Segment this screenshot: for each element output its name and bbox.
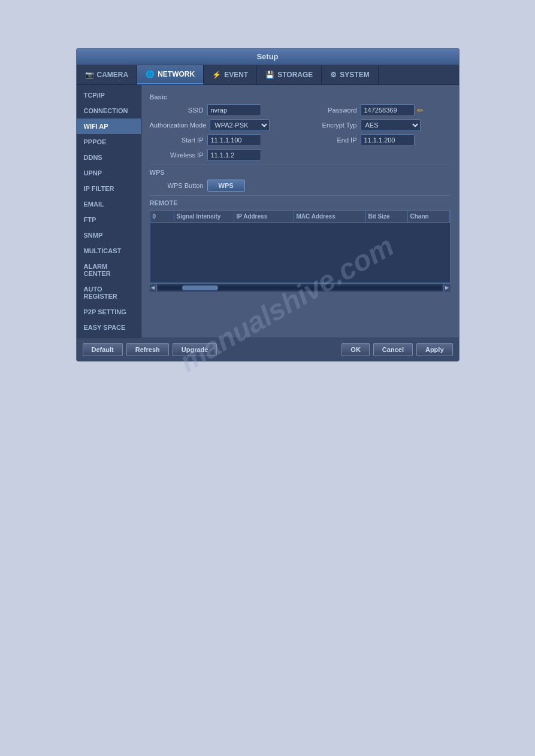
password-row: Password ✏ <box>303 104 451 116</box>
event-icon: ⚡ <box>212 71 221 79</box>
end-ip-input[interactable] <box>361 134 415 146</box>
tab-bar: 📷 CAMERA 🌐 NETWORK ⚡ EVENT 💾 STORAGE ⚙ S… <box>77 65 459 85</box>
camera-icon: 📷 <box>85 71 94 79</box>
edit-password-icon[interactable]: ✏ <box>417 106 424 115</box>
encrypt-type-select[interactable]: AES TKIP AES+TKIP <box>361 119 421 131</box>
wireless-ip-input[interactable] <box>207 149 261 161</box>
horizontal-scrollbar[interactable]: ◀ ▶ <box>150 283 451 292</box>
password-input-group: ✏ <box>361 104 424 116</box>
window-title: Setup <box>256 52 278 61</box>
sidebar-item-ftp[interactable]: FTP <box>77 212 141 227</box>
sidebar-item-multicast[interactable]: MULTICAST <box>77 243 141 259</box>
ssid-label: SSID <box>150 107 204 114</box>
default-button[interactable]: Default <box>83 343 123 356</box>
sidebar-item-alarmcenter[interactable]: ALARM CENTER <box>77 259 141 281</box>
btn-group-left: Default Refresh Upgrade <box>83 343 217 356</box>
col-mac: MAC Address <box>294 211 366 222</box>
password-input[interactable] <box>361 104 415 116</box>
sidebar-item-snmp[interactable]: SNMP <box>77 227 141 243</box>
sidebar-item-pppoe[interactable]: PPPOE <box>77 134 141 150</box>
auth-mode-label: Authorization Mode <box>150 122 207 129</box>
tab-system-label: SYSTEM <box>340 71 369 79</box>
sidebar-item-upnp[interactable]: UPNP <box>77 165 141 181</box>
setup-window: Setup 📷 CAMERA 🌐 NETWORK ⚡ EVENT 💾 STORA… <box>76 48 460 362</box>
remote-table: 0 Signal Intensity IP Address MAC Addres… <box>150 210 451 283</box>
end-ip-row: End IP <box>303 134 451 146</box>
table-header: 0 Signal Intensity IP Address MAC Addres… <box>150 211 450 223</box>
wireless-ip-row: Wireless IP <box>150 149 297 161</box>
upgrade-button[interactable]: Upgrade <box>173 343 217 356</box>
wps-button[interactable]: WPS <box>207 180 245 192</box>
sidebar-item-ipfilter[interactable]: IP FILTER <box>77 181 141 196</box>
col-ip: IP Address <box>234 211 294 222</box>
wps-button-row: WPS Button WPS <box>150 180 451 192</box>
col-signal: Signal Intensity <box>174 211 234 222</box>
sidebar: TCP/IP CONNECTION WIFI AP PPPOE DDNS UPN… <box>77 85 141 338</box>
btn-group-right: OK Cancel Apply <box>341 343 452 356</box>
tab-camera[interactable]: 📷 CAMERA <box>77 65 138 84</box>
scroll-right-arrow[interactable]: ▶ <box>443 284 451 292</box>
auth-mode-row: Authorization Mode WPA2-PSK WPA-PSK WEP … <box>150 119 297 131</box>
sidebar-item-autoregister[interactable]: AUTO REGISTER <box>77 281 141 304</box>
sidebar-item-tcpip[interactable]: TCP/IP <box>77 87 141 103</box>
main-panel: Basic SSID Password ✏ <box>141 85 459 338</box>
wps-button-label: WPS Button <box>150 182 204 189</box>
end-ip-label: End IP <box>303 136 357 144</box>
encrypt-type-label: Encrypt Typ <box>303 122 357 129</box>
col-channel: Chann <box>408 211 450 222</box>
ssid-input[interactable] <box>207 104 261 116</box>
remote-divider <box>150 195 451 196</box>
password-label: Password <box>303 107 357 114</box>
scroll-left-arrow[interactable]: ◀ <box>150 284 157 292</box>
ok-button[interactable]: OK <box>341 343 370 356</box>
sidebar-item-ddns[interactable]: DDNS <box>77 150 141 165</box>
scroll-thumb[interactable] <box>182 286 218 290</box>
scroll-track[interactable] <box>158 286 442 290</box>
tab-event[interactable]: ⚡ EVENT <box>204 65 257 84</box>
encrypt-type-row: Encrypt Typ AES TKIP AES+TKIP <box>303 119 451 131</box>
tab-storage[interactable]: 💾 STORAGE <box>257 65 322 84</box>
title-bar: Setup <box>77 48 459 65</box>
system-icon: ⚙ <box>330 71 337 79</box>
storage-icon: 💾 <box>265 71 274 79</box>
bottom-bar: Default Refresh Upgrade OK Cancel Apply <box>77 338 459 361</box>
sidebar-item-p2psetting[interactable]: P2P SETTING <box>77 304 141 320</box>
tab-camera-label: CAMERA <box>97 71 129 79</box>
ssid-row: SSID <box>150 104 297 116</box>
apply-button[interactable]: Apply <box>416 343 453 356</box>
tab-storage-label: STORAGE <box>277 71 313 79</box>
start-ip-row: Start IP <box>150 134 297 146</box>
form-basic: SSID Password ✏ Authorization Mode <box>150 104 451 161</box>
sidebar-item-wifiap[interactable]: WIFI AP <box>77 119 141 134</box>
sidebar-item-email[interactable]: EMAIL <box>77 196 141 212</box>
start-ip-label: Start IP <box>150 136 204 144</box>
wps-divider <box>150 165 451 165</box>
tab-system[interactable]: ⚙ SYSTEM <box>322 65 378 84</box>
refresh-button[interactable]: Refresh <box>126 343 169 356</box>
sidebar-item-easyspace[interactable]: EASY SPACE <box>77 320 141 335</box>
basic-section-label: Basic <box>150 93 451 101</box>
wps-section-label: WPS <box>150 169 451 176</box>
remote-section-label: REMOTE <box>150 199 451 207</box>
cancel-button[interactable]: Cancel <box>373 343 413 356</box>
tab-network[interactable]: 🌐 NETWORK <box>137 65 204 84</box>
tab-network-label: NETWORK <box>158 70 195 78</box>
table-body <box>150 223 450 283</box>
tab-event-label: EVENT <box>224 71 248 79</box>
network-icon: 🌐 <box>146 70 155 78</box>
wireless-ip-label: Wireless IP <box>150 151 204 159</box>
content-area: TCP/IP CONNECTION WIFI AP PPPOE DDNS UPN… <box>77 85 459 338</box>
col-num: 0 <box>150 211 174 222</box>
auth-mode-select[interactable]: WPA2-PSK WPA-PSK WEP OPEN <box>210 119 270 131</box>
col-bitsize: Bit Size <box>366 211 408 222</box>
start-ip-input[interactable] <box>207 134 261 146</box>
sidebar-item-connection[interactable]: CONNECTION <box>77 103 141 119</box>
